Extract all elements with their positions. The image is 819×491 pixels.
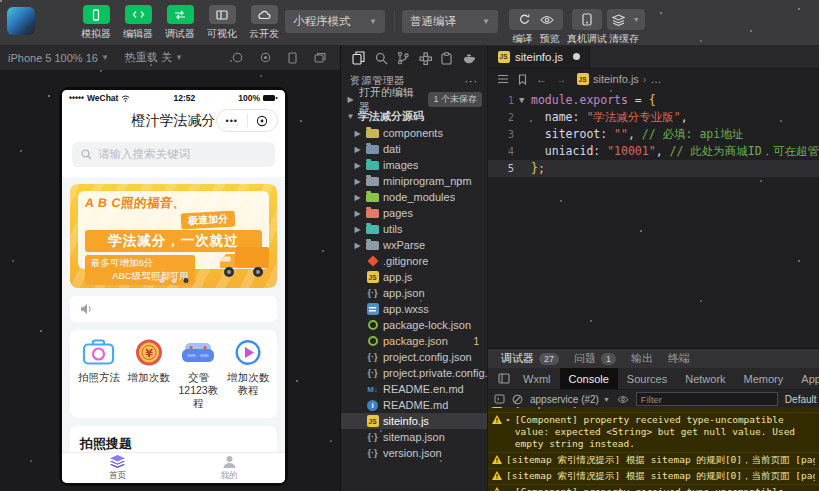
- teapot-icon[interactable]: [462, 53, 476, 64]
- tree-item-folder[interactable]: ▶pages: [341, 205, 487, 221]
- promo-banner[interactable]: A B C照的福音、 极速加分 学法减分，一次就过 最多可增加6分 ABC级驾照…: [70, 184, 277, 288]
- devtools-tab-memory[interactable]: Memory: [735, 368, 793, 389]
- editor-tab-siteinfo[interactable]: siteinfo.js: [488, 45, 590, 68]
- chevron-down-icon: ▼: [175, 53, 183, 62]
- device-selector[interactable]: iPhone 5 100% 16 ▼: [8, 52, 109, 64]
- grid-item-add-times-tutorial[interactable]: 增加次数教程: [223, 339, 273, 410]
- devtools-tab-appdata[interactable]: AppData: [792, 368, 819, 389]
- tree-item-folder[interactable]: ▶miniprogram_npm: [341, 173, 487, 189]
- outline-list-icon[interactable]: [497, 74, 509, 84]
- clear-console-icon[interactable]: [512, 394, 523, 405]
- console-warning[interactable]: [sitemap 索引情况提示] 根据 sitemap 的规则[0]，当前页面 …: [488, 453, 819, 469]
- tree-item-folder[interactable]: ▶dati: [341, 141, 487, 157]
- tree-item-file[interactable]: version.json: [341, 445, 487, 461]
- bookmark-icon[interactable]: [518, 74, 527, 85]
- hot-reload-toggle[interactable]: 热重载 关 ▼: [125, 50, 183, 65]
- files-icon[interactable]: [352, 51, 365, 65]
- console-panel-icon[interactable]: [494, 394, 505, 404]
- devtools-tab-network[interactable]: Network: [676, 368, 734, 389]
- tree-item-file-selected[interactable]: siteinfo.js: [341, 413, 487, 429]
- compile-label[interactable]: 编译: [509, 32, 536, 46]
- refresh-icon[interactable]: [232, 52, 243, 63]
- tree-item-file-modified[interactable]: package.json1: [341, 333, 487, 349]
- multi-window-icon[interactable]: [314, 52, 326, 63]
- search-input[interactable]: 请输入搜索关键词: [72, 142, 275, 167]
- console-warning[interactable]: [Component] property received type-uncom…: [488, 485, 819, 491]
- tab-mine[interactable]: 我的: [174, 453, 286, 483]
- tab-terminal[interactable]: 终端: [668, 351, 690, 366]
- cloud-dev-button[interactable]: 云开发: [246, 5, 282, 41]
- git-branch-icon[interactable]: [397, 51, 409, 65]
- grid-item-photo-method[interactable]: 拍照方法: [74, 339, 124, 410]
- tree-item-folder[interactable]: ▶components: [341, 125, 487, 141]
- debugger-button[interactable]: 调试器: [162, 5, 198, 41]
- tree-item-file[interactable]: README.md: [341, 397, 487, 413]
- forward-arrow-icon[interactable]: →: [556, 73, 567, 85]
- grid-item-12123-tutorial[interactable]: 交管12123教程: [174, 339, 224, 410]
- tree-item-file[interactable]: project.config.json: [341, 349, 487, 365]
- expand-caret-icon[interactable]: [506, 486, 511, 491]
- tree-item-file[interactable]: sitemap.json: [341, 429, 487, 445]
- tree-item-file[interactable]: README.en.md: [341, 381, 487, 397]
- tab-problems[interactable]: 问题 1: [574, 351, 616, 366]
- record-icon[interactable]: [260, 52, 271, 63]
- tab-output[interactable]: 输出: [631, 351, 653, 366]
- console-log[interactable]: [Component] slot ... is not found [Compo…: [488, 407, 819, 491]
- tree-item-folder[interactable]: ▶wxParse: [341, 237, 487, 253]
- tree-item-file[interactable]: app.json: [341, 285, 487, 301]
- wechat-devtools-window: 模拟器 编辑器 调试器 可视化: [0, 0, 819, 491]
- carousel-dot[interactable]: [171, 278, 176, 283]
- preview-eye-icon[interactable]: [540, 15, 554, 25]
- devtools-tab-sources[interactable]: Sources: [618, 368, 676, 389]
- unsaved-dot-icon[interactable]: [573, 53, 580, 60]
- clear-cache-button[interactable]: ▼: [607, 9, 645, 30]
- editor-button[interactable]: 编辑器: [120, 5, 156, 41]
- expand-caret-icon[interactable]: [506, 407, 511, 410]
- tree-item-file[interactable]: app.wxss: [341, 301, 487, 317]
- log-levels-dropdown[interactable]: Default levels: [785, 394, 819, 405]
- tree-item-folder[interactable]: ▶utils: [341, 221, 487, 237]
- tab-debugger[interactable]: 调试器 27: [501, 351, 559, 366]
- more-menu-button[interactable]: •••: [217, 116, 247, 126]
- preview-label[interactable]: 预览: [536, 32, 563, 46]
- device-debug-button[interactable]: [572, 9, 602, 30]
- devtools-tab-wxml[interactable]: Wxml: [514, 368, 560, 389]
- compile-refresh-icon[interactable]: [518, 13, 531, 26]
- console-warning[interactable]: [Component] property received type-uncom…: [488, 413, 819, 453]
- carousel-dot-active[interactable]: [183, 278, 188, 283]
- breadcrumb[interactable]: siteinfo.js › …: [576, 73, 662, 86]
- user-avatar[interactable]: [7, 7, 35, 35]
- carousel-dot[interactable]: [159, 278, 164, 283]
- device-frame-icon[interactable]: [288, 52, 297, 64]
- eye-icon[interactable]: [617, 395, 629, 404]
- visualization-button[interactable]: 可视化: [204, 5, 240, 41]
- minimize-button[interactable]: [248, 115, 278, 127]
- clear-cache-label[interactable]: 清缓存: [597, 32, 651, 46]
- code-area[interactable]: 1▼module.exports = { 2 name: "学法减分专业版", …: [488, 89, 819, 177]
- context-selector[interactable]: appservice (#2) ▼: [530, 394, 610, 405]
- tab-home[interactable]: 首页: [62, 453, 174, 483]
- more-actions-icon[interactable]: ···: [465, 75, 479, 87]
- dock-side-icon[interactable]: [494, 373, 514, 384]
- console-warning[interactable]: [sitemap 索引情况提示] 根据 sitemap 的规则[0]，当前页面 …: [488, 469, 819, 485]
- tree-item-file[interactable]: project.private.config.js…: [341, 365, 487, 381]
- expand-caret-icon[interactable]: [506, 414, 511, 426]
- back-arrow-icon[interactable]: ←: [536, 73, 547, 85]
- console-filter-input[interactable]: [636, 392, 778, 406]
- tree-item-folder[interactable]: ▶images: [341, 157, 487, 173]
- devtools-tab-console[interactable]: Console: [560, 368, 618, 389]
- tree-item-file[interactable]: package-lock.json: [341, 317, 487, 333]
- extensions-icon[interactable]: [419, 52, 432, 65]
- compile-mode-dropdown[interactable]: 普通编译 ▼: [402, 10, 498, 33]
- tree-item-folder[interactable]: ▶node_modules: [341, 189, 487, 205]
- clipboard-icon[interactable]: [441, 52, 452, 65]
- grid-item-add-times[interactable]: ¥ 增加次数: [124, 339, 174, 410]
- open-editors-row[interactable]: ▶ 打开的编辑器 1 个未保存: [341, 91, 487, 108]
- fold-chevron-icon[interactable]: ▼: [519, 92, 531, 109]
- project-root-folder[interactable]: ▼ 学法减分源码: [341, 108, 487, 125]
- search-icon[interactable]: [375, 52, 388, 65]
- tree-item-file[interactable]: app.js: [341, 269, 487, 285]
- simulator-button[interactable]: 模拟器: [78, 5, 114, 41]
- tree-item-file[interactable]: .gitignore: [341, 253, 487, 269]
- mode-dropdown[interactable]: 小程序模式 ▼: [285, 10, 385, 33]
